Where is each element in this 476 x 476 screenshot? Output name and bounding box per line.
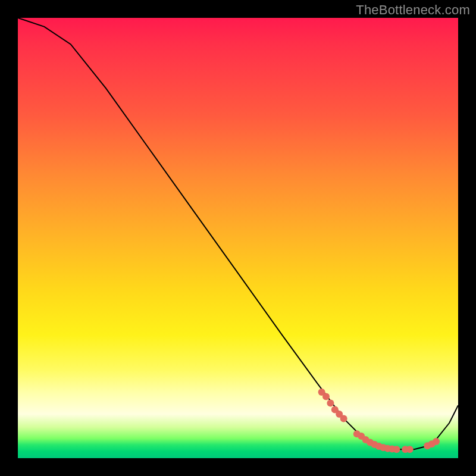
marker-point — [406, 446, 414, 453]
watermark-text: TheBottleneck.com — [356, 2, 470, 18]
marker-point — [322, 393, 330, 400]
bottleneck-curve — [18, 18, 458, 449]
plot-area — [18, 18, 458, 458]
marker-point — [340, 415, 347, 422]
marker-point — [327, 400, 334, 407]
chart-svg — [18, 18, 458, 458]
highlight-markers — [318, 389, 440, 453]
marker-point — [393, 446, 400, 453]
marker-point — [433, 438, 440, 445]
chart-frame: TheBottleneck.com — [0, 0, 476, 476]
